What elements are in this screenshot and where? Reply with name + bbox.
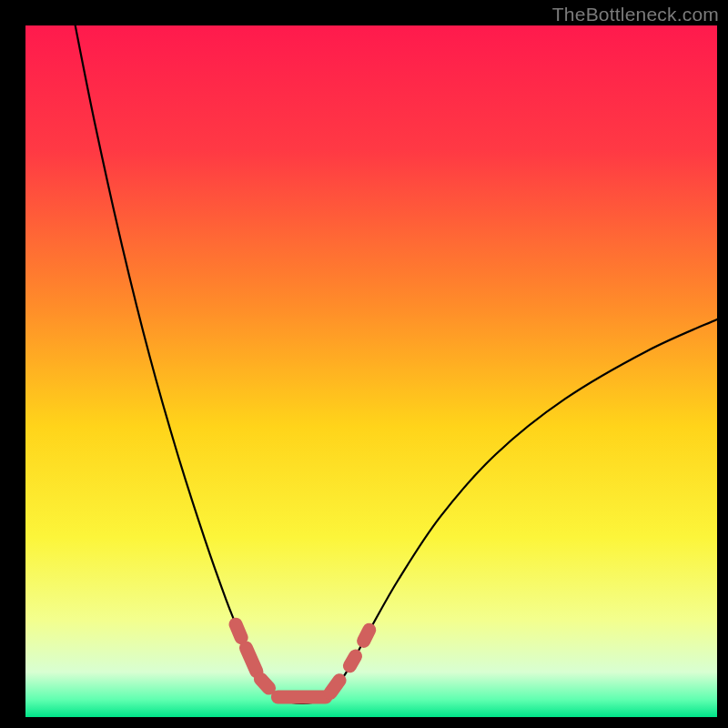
watermark-text: TheBottleneck.com — [552, 4, 719, 25]
highlight-segment — [349, 656, 355, 666]
highlight-segment — [260, 679, 268, 688]
highlight-segment — [236, 624, 241, 637]
bottleneck-curve-plot — [0, 0, 728, 728]
highlight-segment — [246, 648, 256, 672]
gradient-background — [25, 25, 717, 717]
highlight-segment — [330, 681, 339, 693]
highlight-segment — [364, 630, 369, 641]
chart-stage: TheBottleneck.com — [0, 0, 728, 728]
